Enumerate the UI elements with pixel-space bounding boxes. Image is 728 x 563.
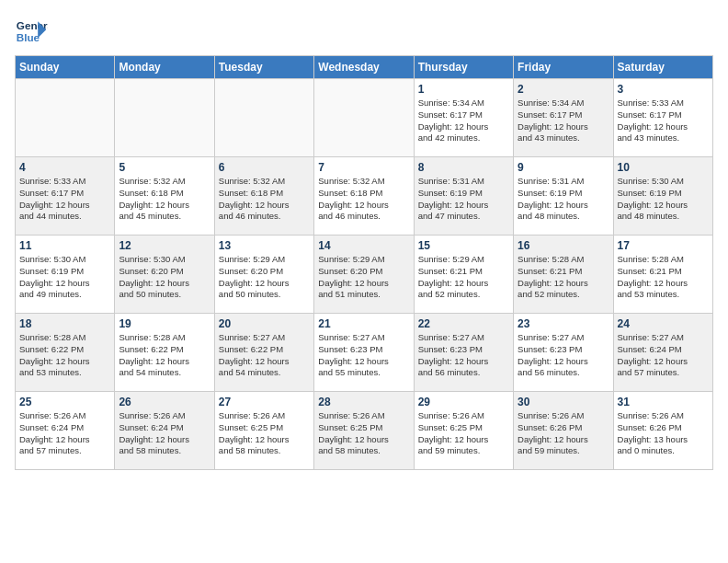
day-number: 30 <box>518 396 609 408</box>
calendar-cell: 14Sunrise: 5:29 AM Sunset: 6:20 PM Dayli… <box>314 236 414 314</box>
day-info: Sunrise: 5:28 AM Sunset: 6:22 PM Dayligh… <box>19 332 110 379</box>
day-info: Sunrise: 5:34 AM Sunset: 6:17 PM Dayligh… <box>518 98 609 144</box>
calendar-cell: 29Sunrise: 5:26 AM Sunset: 6:25 PM Dayli… <box>414 392 513 470</box>
calendar-cell <box>16 79 115 157</box>
header-cell-wednesday: Wednesday <box>314 56 414 79</box>
calendar-cell: 15Sunrise: 5:29 AM Sunset: 6:21 PM Dayli… <box>414 236 513 314</box>
day-number: 12 <box>119 239 210 252</box>
day-info: Sunrise: 5:34 AM Sunset: 6:17 PM Dayligh… <box>418 98 509 144</box>
calendar-cell: 26Sunrise: 5:26 AM Sunset: 6:24 PM Dayli… <box>115 392 214 470</box>
day-info: Sunrise: 5:27 AM Sunset: 6:23 PM Dayligh… <box>318 332 409 379</box>
day-info: Sunrise: 5:26 AM Sunset: 6:26 PM Dayligh… <box>618 410 709 457</box>
day-info: Sunrise: 5:32 AM Sunset: 6:18 PM Dayligh… <box>219 176 310 223</box>
calendar-cell: 28Sunrise: 5:26 AM Sunset: 6:25 PM Dayli… <box>314 392 414 470</box>
calendar-cell: 18Sunrise: 5:28 AM Sunset: 6:22 PM Dayli… <box>16 314 115 392</box>
day-number: 31 <box>618 396 709 408</box>
calendar-cell: 11Sunrise: 5:30 AM Sunset: 6:19 PM Dayli… <box>16 236 115 314</box>
calendar-cell: 21Sunrise: 5:27 AM Sunset: 6:23 PM Dayli… <box>314 314 414 392</box>
day-info: Sunrise: 5:26 AM Sunset: 6:25 PM Dayligh… <box>318 410 409 457</box>
logo-icon: General Blue <box>15 15 48 48</box>
week-row-3: 11Sunrise: 5:30 AM Sunset: 6:19 PM Dayli… <box>16 236 713 314</box>
calendar-table: SundayMondayTuesdayWednesdayThursdayFrid… <box>15 55 713 470</box>
day-info: Sunrise: 5:29 AM Sunset: 6:21 PM Dayligh… <box>418 254 509 301</box>
day-info: Sunrise: 5:28 AM Sunset: 6:21 PM Dayligh… <box>518 254 609 301</box>
day-info: Sunrise: 5:29 AM Sunset: 6:20 PM Dayligh… <box>318 254 409 301</box>
calendar-cell: 10Sunrise: 5:30 AM Sunset: 6:19 PM Dayli… <box>613 157 712 236</box>
calendar-cell: 30Sunrise: 5:26 AM Sunset: 6:26 PM Dayli… <box>514 392 613 470</box>
day-info: Sunrise: 5:26 AM Sunset: 6:24 PM Dayligh… <box>19 410 110 457</box>
calendar-cell: 17Sunrise: 5:28 AM Sunset: 6:21 PM Dayli… <box>613 236 712 314</box>
day-number: 20 <box>219 317 310 330</box>
day-info: Sunrise: 5:26 AM Sunset: 6:24 PM Dayligh… <box>119 410 210 457</box>
week-row-2: 4Sunrise: 5:33 AM Sunset: 6:17 PM Daylig… <box>16 157 713 236</box>
header-row: SundayMondayTuesdayWednesdayThursdayFrid… <box>16 56 713 79</box>
header-cell-saturday: Saturday <box>613 56 712 79</box>
day-info: Sunrise: 5:33 AM Sunset: 6:17 PM Dayligh… <box>19 176 110 223</box>
day-number: 18 <box>19 317 110 330</box>
day-number: 5 <box>119 161 210 174</box>
calendar-cell: 13Sunrise: 5:29 AM Sunset: 6:20 PM Dayli… <box>214 236 313 314</box>
calendar-cell <box>214 79 313 157</box>
day-info: Sunrise: 5:32 AM Sunset: 6:18 PM Dayligh… <box>119 176 210 223</box>
day-number: 25 <box>19 396 110 408</box>
calendar-cell: 3Sunrise: 5:33 AM Sunset: 6:17 PM Daylig… <box>613 79 712 157</box>
day-number: 6 <box>219 161 310 174</box>
day-info: Sunrise: 5:32 AM Sunset: 6:18 PM Dayligh… <box>318 176 409 223</box>
day-number: 15 <box>418 239 509 252</box>
day-info: Sunrise: 5:26 AM Sunset: 6:25 PM Dayligh… <box>219 410 310 457</box>
header-cell-sunday: Sunday <box>16 56 115 79</box>
week-row-4: 18Sunrise: 5:28 AM Sunset: 6:22 PM Dayli… <box>16 314 713 392</box>
day-info: Sunrise: 5:26 AM Sunset: 6:25 PM Dayligh… <box>418 410 509 457</box>
day-number: 13 <box>219 239 310 252</box>
calendar-cell: 23Sunrise: 5:27 AM Sunset: 6:23 PM Dayli… <box>514 314 613 392</box>
header-cell-thursday: Thursday <box>414 56 513 79</box>
calendar-cell: 22Sunrise: 5:27 AM Sunset: 6:23 PM Dayli… <box>414 314 513 392</box>
day-number: 24 <box>618 317 709 330</box>
calendar-cell: 2Sunrise: 5:34 AM Sunset: 6:17 PM Daylig… <box>514 79 613 157</box>
calendar-cell: 1Sunrise: 5:34 AM Sunset: 6:17 PM Daylig… <box>414 79 513 157</box>
day-number: 11 <box>19 239 110 252</box>
day-number: 29 <box>418 396 509 408</box>
svg-text:Blue: Blue <box>17 31 40 43</box>
day-info: Sunrise: 5:33 AM Sunset: 6:17 PM Dayligh… <box>618 98 709 144</box>
calendar-cell: 5Sunrise: 5:32 AM Sunset: 6:18 PM Daylig… <box>115 157 214 236</box>
calendar-cell: 9Sunrise: 5:31 AM Sunset: 6:19 PM Daylig… <box>514 157 613 236</box>
calendar-cell: 20Sunrise: 5:27 AM Sunset: 6:22 PM Dayli… <box>214 314 313 392</box>
calendar-cell: 4Sunrise: 5:33 AM Sunset: 6:17 PM Daylig… <box>16 157 115 236</box>
day-number: 21 <box>318 317 409 330</box>
day-number: 8 <box>418 161 509 174</box>
day-number: 4 <box>19 161 110 174</box>
calendar-cell: 7Sunrise: 5:32 AM Sunset: 6:18 PM Daylig… <box>314 157 414 236</box>
calendar-cell: 27Sunrise: 5:26 AM Sunset: 6:25 PM Dayli… <box>214 392 313 470</box>
day-info: Sunrise: 5:31 AM Sunset: 6:19 PM Dayligh… <box>418 176 509 223</box>
calendar-cell: 25Sunrise: 5:26 AM Sunset: 6:24 PM Dayli… <box>16 392 115 470</box>
day-info: Sunrise: 5:27 AM Sunset: 6:24 PM Dayligh… <box>618 332 709 379</box>
day-info: Sunrise: 5:30 AM Sunset: 6:19 PM Dayligh… <box>19 254 110 301</box>
day-number: 19 <box>119 317 210 330</box>
day-number: 9 <box>518 161 609 174</box>
day-info: Sunrise: 5:30 AM Sunset: 6:19 PM Dayligh… <box>618 176 709 223</box>
logo: General Blue <box>15 15 48 48</box>
calendar-cell <box>314 79 414 157</box>
day-number: 2 <box>518 83 609 96</box>
day-number: 1 <box>418 83 509 96</box>
day-info: Sunrise: 5:27 AM Sunset: 6:23 PM Dayligh… <box>518 332 609 379</box>
day-number: 23 <box>518 317 609 330</box>
day-number: 28 <box>318 396 409 408</box>
day-number: 16 <box>518 239 609 252</box>
calendar-cell <box>115 79 214 157</box>
week-row-5: 25Sunrise: 5:26 AM Sunset: 6:24 PM Dayli… <box>16 392 713 470</box>
day-info: Sunrise: 5:26 AM Sunset: 6:26 PM Dayligh… <box>518 410 609 457</box>
calendar-cell: 19Sunrise: 5:28 AM Sunset: 6:22 PM Dayli… <box>115 314 214 392</box>
day-number: 7 <box>318 161 409 174</box>
day-number: 27 <box>219 396 310 408</box>
day-info: Sunrise: 5:29 AM Sunset: 6:20 PM Dayligh… <box>219 254 310 301</box>
calendar-cell: 6Sunrise: 5:32 AM Sunset: 6:18 PM Daylig… <box>214 157 313 236</box>
day-info: Sunrise: 5:27 AM Sunset: 6:22 PM Dayligh… <box>219 332 310 379</box>
day-number: 22 <box>418 317 509 330</box>
header-cell-monday: Monday <box>115 56 214 79</box>
day-number: 10 <box>618 161 709 174</box>
header-cell-friday: Friday <box>514 56 613 79</box>
day-info: Sunrise: 5:27 AM Sunset: 6:23 PM Dayligh… <box>418 332 509 379</box>
calendar-cell: 16Sunrise: 5:28 AM Sunset: 6:21 PM Dayli… <box>514 236 613 314</box>
